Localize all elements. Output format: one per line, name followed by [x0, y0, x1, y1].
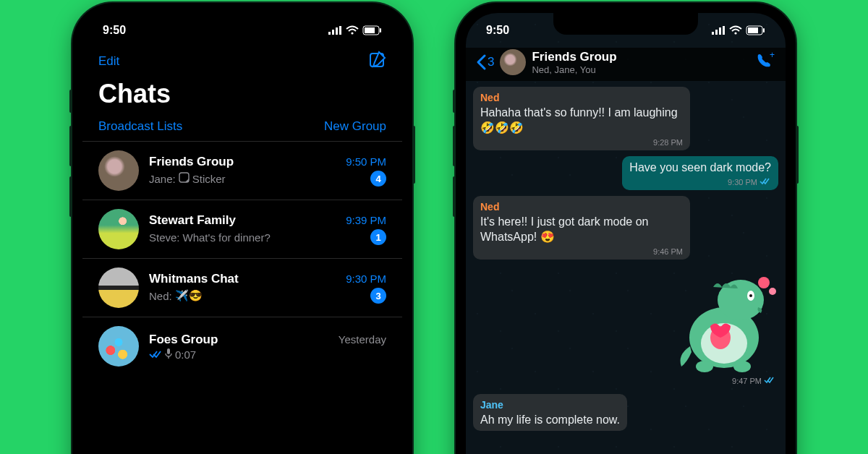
chat-header-title-area[interactable]: Friends Group Ned, Jane, You: [532, 50, 749, 75]
new-group-link[interactable]: New Group: [324, 119, 386, 134]
svg-rect-13: [715, 30, 718, 35]
svg-rect-7: [380, 28, 381, 33]
battery-icon: [363, 26, 382, 35]
message-list[interactable]: Ned Hahaha that's so funny!! I am laughi…: [466, 81, 786, 437]
avatar: [98, 326, 139, 367]
chat-subtitle: Ned, Jane, You: [532, 64, 749, 75]
chat-name: Whitmans Chat: [149, 272, 239, 286]
message-in[interactable]: Jane Ah my life is complete now.: [473, 394, 627, 431]
svg-rect-12: [712, 32, 714, 35]
phone-chats: 9:50 Edit Chats Broadcast Lists: [72, 3, 412, 454]
svg-rect-1: [332, 30, 334, 35]
read-ticks-icon: [760, 177, 771, 187]
message-sender: Ned: [480, 91, 683, 104]
unread-badge: 1: [370, 229, 386, 245]
message-meta: 9:47 PM: [732, 377, 775, 385]
message-out[interactable]: Have you seen dark mode? 9:30 PM: [622, 156, 778, 190]
chat-time: 9:39 PM: [346, 214, 386, 226]
wifi-icon: [346, 26, 359, 35]
chat-row[interactable]: Stewart Family 9:39 PM Steve: What's for…: [82, 200, 402, 258]
message-time: 9:30 PM: [728, 177, 757, 187]
svg-point-27: [769, 288, 776, 295]
message-sender: Jane: [480, 398, 620, 411]
chat-row[interactable]: Whitmans Chat 9:30 PM Ned: ✈️😎 3: [82, 258, 402, 317]
svg-rect-3: [339, 26, 341, 35]
chat-title: Friends Group: [532, 50, 749, 64]
page-title: Chats: [82, 74, 402, 119]
svg-rect-19: [763, 28, 765, 33]
chat-time: 9:50 PM: [346, 155, 386, 168]
message-in[interactable]: Ned Hahaha that's so funny!! I am laughi…: [473, 87, 690, 150]
chat-name: Foes Group: [149, 333, 218, 347]
svg-rect-14: [719, 27, 721, 35]
compose-button[interactable]: [369, 51, 386, 72]
notch: [170, 13, 315, 35]
svg-rect-15: [723, 26, 725, 35]
svg-rect-10: [167, 348, 170, 354]
edit-button[interactable]: Edit: [98, 54, 119, 69]
chat-header: 3 Friends Group Ned, Jane, You +: [466, 48, 786, 81]
message-sender: Ned: [480, 200, 683, 213]
dino-sticker-icon: [670, 265, 778, 374]
back-button[interactable]: 3: [476, 54, 494, 70]
message-text: Ah my life is complete now.: [480, 413, 620, 428]
svg-point-28: [696, 361, 713, 372]
message-text: Hahaha that's so funny!! I am laughing 🤣…: [480, 106, 683, 136]
battery-icon: [746, 26, 765, 35]
chat-time: Yesterday: [339, 333, 386, 346]
svg-text:+: +: [770, 50, 775, 60]
svg-point-16: [734, 32, 736, 34]
call-button[interactable]: +: [755, 52, 775, 72]
chat-preview: Ned: ✈️😎: [149, 289, 203, 302]
read-ticks-icon: [764, 377, 775, 385]
notch: [553, 13, 698, 35]
avatar: [98, 267, 139, 308]
chat-name: Friends Group: [149, 155, 234, 169]
chat-row[interactable]: Foes Group Yesterday 0:07: [82, 317, 402, 375]
message-text: It's here!! I just got dark mode on What…: [480, 215, 683, 245]
screen-conversation: 9:50 3 Friends Group Ned, J: [466, 13, 786, 454]
message-in[interactable]: Ned It's here!! I just got dark mode on …: [473, 196, 690, 260]
status-time: 9:50: [103, 24, 126, 37]
svg-point-26: [758, 277, 770, 288]
svg-rect-2: [336, 27, 338, 35]
sticker-icon: [179, 172, 190, 185]
screen-chats: 9:50 Edit Chats Broadcast Lists: [82, 13, 402, 454]
phone-conversation: 9:50 3 Friends Group Ned, J: [456, 3, 796, 454]
message-text: Have you seen dark mode?: [629, 160, 771, 176]
signal-icon: [712, 26, 725, 35]
svg-rect-0: [328, 32, 331, 35]
wifi-icon: [729, 26, 742, 35]
unread-badge: 3: [370, 288, 386, 304]
svg-rect-18: [748, 27, 758, 33]
chat-preview: Steve: What's for dinner?: [149, 231, 271, 244]
svg-point-25: [749, 294, 752, 297]
chat-time: 9:30 PM: [346, 273, 386, 285]
unread-badge: 4: [370, 171, 386, 187]
broadcast-lists-link[interactable]: Broadcast Lists: [98, 119, 182, 134]
avatar: [98, 150, 139, 191]
mic-icon: [165, 348, 172, 361]
message-time: 9:46 PM: [653, 247, 683, 257]
chat-name: Stewart Family: [149, 213, 236, 228]
svg-rect-6: [365, 27, 375, 33]
back-count: 3: [488, 55, 494, 69]
read-ticks-icon: [149, 348, 162, 361]
message-sticker[interactable]: [670, 265, 778, 374]
message-time: 9:47 PM: [732, 377, 762, 385]
chat-row[interactable]: Friends Group 9:50 PM Jane: Sticker 4: [82, 141, 402, 200]
svg-point-29: [733, 361, 751, 372]
message-time: 9:28 PM: [653, 137, 683, 147]
avatar: [98, 209, 139, 249]
chat-list: Friends Group 9:50 PM Jane: Sticker 4: [82, 141, 402, 375]
signal-icon: [328, 26, 341, 35]
svg-point-4: [351, 32, 353, 34]
chat-preview: Jane: Sticker: [149, 172, 226, 185]
status-time: 9:50: [486, 24, 509, 37]
chat-preview: 0:07: [149, 348, 196, 361]
avatar[interactable]: [500, 49, 526, 75]
chevron-left-icon: [476, 54, 486, 70]
